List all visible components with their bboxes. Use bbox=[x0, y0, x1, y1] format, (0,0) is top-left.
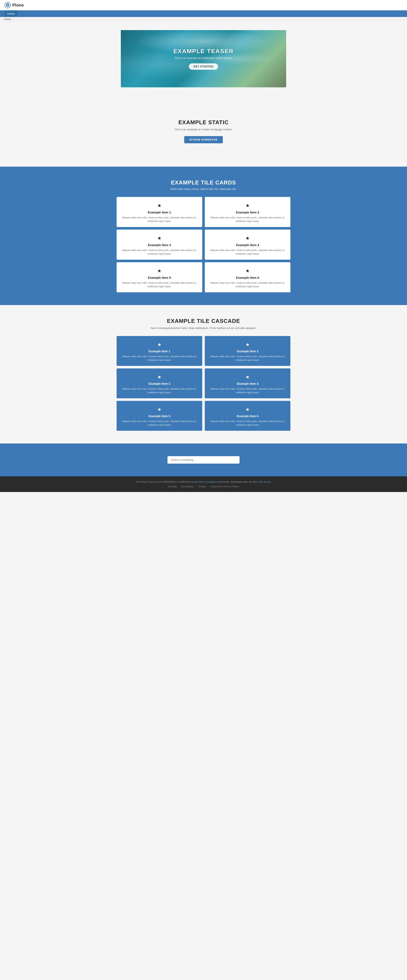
cascade-item-desc: Aliquam vitae risus odio. Vivamus tellus… bbox=[209, 355, 286, 362]
tile-item-title: Example Item 4 bbox=[209, 243, 286, 247]
cascade-star-icon: ★ bbox=[121, 374, 198, 380]
footer-copyright: The Plone® Open Source CMS/WCM is © 2000… bbox=[4, 480, 403, 483]
tile-star-icon: ★ bbox=[121, 203, 198, 208]
logo-text: Plone bbox=[12, 3, 24, 8]
cascade-item-desc: Aliquam vitae risus odio. Vivamus tellus… bbox=[209, 387, 286, 394]
footer-license-link[interactable]: GNU GPL license bbox=[253, 480, 271, 483]
tile-card-item: ★ Example Item 3 Aliquam vitae risus odi… bbox=[117, 229, 202, 260]
nav-item-home[interactable]: Home bbox=[4, 10, 17, 17]
cascade-star-icon: ★ bbox=[209, 407, 286, 412]
cascade-item-title: Example Item 2 bbox=[209, 350, 286, 353]
tile-cards-subtitle: Etiam vitae metus cursus, ultrices felis… bbox=[117, 188, 290, 191]
tile-star-icon: ★ bbox=[121, 268, 198, 274]
search-section bbox=[0, 444, 407, 476]
tile-item-title: Example Item 5 bbox=[121, 276, 198, 279]
footer-link[interactable]: Site Map bbox=[168, 485, 177, 488]
cascade-card-item: ★ Example Item 2 Aliquam vitae risus odi… bbox=[205, 336, 290, 366]
teaser-title: EXAMPLE TEASER bbox=[173, 48, 234, 55]
tile-item-desc: Aliquam vitae risus odio. Vivamus tellus… bbox=[121, 216, 198, 223]
tile-card-item: ★ Example Item 5 Aliquam vitae risus odi… bbox=[117, 262, 202, 292]
tile-cascade-section: EXAMPLE TILE CASCADE Nam consequat pulvi… bbox=[0, 305, 407, 444]
tile-item-title: Example Item 3 bbox=[121, 243, 198, 247]
footer-link[interactable]: Powered by Plone & Python bbox=[210, 485, 239, 488]
tile-star-icon: ★ bbox=[209, 235, 286, 241]
teaser-subtitle: This is an example of a fullscreen slide… bbox=[173, 56, 234, 60]
cascade-card-item: ★ Example Item 4 Aliquam vitae risus odi… bbox=[205, 368, 290, 398]
plone-logo-icon bbox=[4, 2, 11, 8]
cascade-card-item: ★ Example Item 1 Aliquam vitae risus odi… bbox=[117, 336, 202, 366]
page-wrapper: Plone Home Home EXAMPLE TEASER This is a… bbox=[0, 0, 407, 980]
cascade-item-desc: Aliquam vitae risus odio. Vivamus tellus… bbox=[121, 420, 198, 426]
tile-item-title: Example Item 6 bbox=[209, 276, 286, 279]
cascade-subtitle: Nam consequat pulvinar tortor vitae vest… bbox=[117, 326, 290, 329]
github-button[interactable]: GITHUB HOMEPAGE bbox=[184, 136, 223, 143]
cascade-star-icon: ★ bbox=[209, 342, 286, 347]
cascade-grid: ★ Example Item 1 Aliquam vitae risus odi… bbox=[117, 336, 290, 431]
site-header: Plone bbox=[0, 0, 407, 10]
cascade-star-icon: ★ bbox=[209, 374, 286, 380]
cascade-inner: EXAMPLE TILE CASCADE Nam consequat pulvi… bbox=[117, 318, 290, 431]
cascade-star-icon: ★ bbox=[121, 407, 198, 412]
cascade-title: EXAMPLE TILE CASCADE bbox=[117, 318, 290, 325]
tile-cards-inner: EXAMPLE TILE CARDS Etiam vitae metus cur… bbox=[117, 179, 290, 292]
svg-point-2 bbox=[7, 5, 8, 6]
navbar: Home bbox=[0, 10, 407, 17]
tile-star-icon: ★ bbox=[209, 268, 286, 274]
cascade-item-title: Example Item 6 bbox=[209, 414, 286, 418]
cascade-item-title: Example Item 4 bbox=[209, 382, 286, 385]
breadcrumb-home: Home bbox=[4, 18, 11, 21]
tile-card-item: ★ Example Item 6 Aliquam vitae risus odi… bbox=[205, 262, 290, 292]
search-input[interactable] bbox=[167, 456, 240, 464]
static-section-title: EXAMPLE STATIC bbox=[121, 119, 286, 126]
cascade-item-title: Example Item 5 bbox=[121, 414, 198, 418]
tile-item-desc: Aliquam vitae risus odio. Vivamus tellus… bbox=[209, 216, 286, 223]
breadcrumb: Home bbox=[0, 17, 407, 22]
tile-item-desc: Aliquam vitae risus odio. Vivamus tellus… bbox=[209, 248, 286, 255]
tile-cards-title: EXAMPLE TILE CARDS bbox=[117, 179, 290, 186]
cascade-star-icon: ★ bbox=[121, 342, 198, 347]
tile-card-item: ★ Example Item 4 Aliquam vitae risus odi… bbox=[205, 229, 290, 260]
tile-star-icon: ★ bbox=[121, 235, 198, 241]
footer-link[interactable]: Contact bbox=[198, 485, 206, 488]
footer-link[interactable]: Accessibility bbox=[181, 485, 194, 488]
static-section: EXAMPLE STATIC This is an example of a s… bbox=[117, 107, 290, 156]
tile-cards-section: EXAMPLE TILE CARDS Etiam vitae metus cur… bbox=[0, 167, 407, 305]
logo-area: Plone bbox=[4, 2, 24, 8]
footer-plone-link[interactable]: Plone® bbox=[140, 480, 148, 483]
cascade-item-title: Example Item 1 bbox=[121, 350, 198, 353]
static-section-wrapper: EXAMPLE STATIC This is an example of a s… bbox=[0, 96, 407, 167]
cascade-item-desc: Aliquam vitae risus odio. Vivamus tellus… bbox=[121, 387, 198, 394]
site-footer: The Plone® Open Source CMS/WCM is © 2000… bbox=[0, 476, 407, 492]
tile-item-desc: Aliquam vitae risus odio. Vivamus tellus… bbox=[209, 281, 286, 288]
search-inner bbox=[117, 456, 290, 464]
get-started-button[interactable]: GET STARTED bbox=[189, 64, 218, 70]
footer-foundation-link[interactable]: Plone Foundation bbox=[199, 480, 217, 483]
teaser-content: EXAMPLE TEASER This is an example of a f… bbox=[173, 48, 234, 70]
cascade-item-desc: Aliquam vitae risus odio. Vivamus tellus… bbox=[121, 355, 198, 362]
tile-star-icon: ★ bbox=[209, 203, 286, 208]
svg-point-3 bbox=[7, 3, 8, 4]
tile-item-desc: Aliquam vitae risus odio. Vivamus tellus… bbox=[121, 248, 198, 255]
cascade-card-item: ★ Example Item 3 Aliquam vitae risus odi… bbox=[117, 368, 202, 398]
tile-cards-grid: ★ Example Item 1 Aliquam vitae risus odi… bbox=[117, 197, 290, 292]
tile-card-item: ★ Example Item 1 Aliquam vitae risus odi… bbox=[117, 197, 202, 227]
tile-item-title: Example Item 2 bbox=[209, 210, 286, 214]
cascade-item-desc: Aliquam vitae risus odio. Vivamus tellus… bbox=[209, 420, 286, 426]
cascade-card-item: ★ Example Item 6 Aliquam vitae risus odi… bbox=[205, 401, 290, 431]
tile-item-title: Example Item 1 bbox=[121, 210, 198, 214]
cascade-item-title: Example Item 3 bbox=[121, 382, 198, 385]
tile-item-desc: Aliquam vitae risus odio. Vivamus tellus… bbox=[121, 281, 198, 288]
footer-links: Site MapAccessibilityContactPowered by P… bbox=[4, 485, 403, 488]
tile-card-item: ★ Example Item 2 Aliquam vitae risus odi… bbox=[205, 197, 290, 227]
cascade-card-item: ★ Example Item 5 Aliquam vitae risus odi… bbox=[117, 401, 202, 431]
static-section-subtitle: This is an example of a static frontpage… bbox=[121, 128, 286, 131]
teaser-section: EXAMPLE TEASER This is an example of a f… bbox=[121, 30, 286, 88]
